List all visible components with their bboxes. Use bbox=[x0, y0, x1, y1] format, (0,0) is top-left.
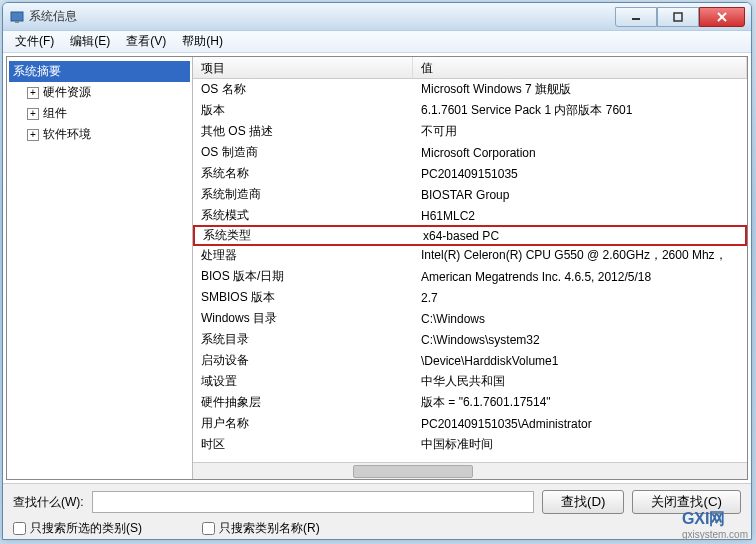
cell-item: 启动设备 bbox=[193, 352, 413, 369]
table-row[interactable]: Windows 目录C:\Windows bbox=[193, 308, 747, 329]
cell-item: OS 名称 bbox=[193, 81, 413, 98]
cell-value: PC201409151035 bbox=[413, 167, 747, 181]
cell-item: 系统类型 bbox=[195, 227, 415, 244]
tree-children: + 硬件资源 + 组件 + 软件环境 bbox=[23, 82, 190, 145]
table-row[interactable]: 系统目录C:\Windows\system32 bbox=[193, 329, 747, 350]
cell-value: 中国标准时间 bbox=[413, 436, 747, 453]
table-row[interactable]: 启动设备\Device\HarddiskVolume1 bbox=[193, 350, 747, 371]
table-row[interactable]: 用户名称PC201409151035\Administrator bbox=[193, 413, 747, 434]
table-row[interactable]: 系统模式H61MLC2 bbox=[193, 205, 747, 226]
tree-label: 系统摘要 bbox=[13, 63, 186, 80]
tree-item-hardware[interactable]: + 硬件资源 bbox=[23, 82, 190, 103]
expand-icon[interactable]: + bbox=[27, 129, 39, 141]
search-label: 查找什么(W): bbox=[13, 494, 84, 511]
cell-item: 系统名称 bbox=[193, 165, 413, 182]
list-body[interactable]: OS 名称Microsoft Windows 7 旗舰版版本6.1.7601 S… bbox=[193, 79, 747, 462]
cell-value: BIOSTAR Group bbox=[413, 188, 747, 202]
expand-icon[interactable]: + bbox=[27, 87, 39, 99]
chk-selected-category[interactable]: 只搜索所选的类别(S) bbox=[13, 520, 142, 537]
cell-item: 时区 bbox=[193, 436, 413, 453]
cell-value: Microsoft Corporation bbox=[413, 146, 747, 160]
cell-value: C:\Windows bbox=[413, 312, 747, 326]
table-row[interactable]: 时区中国标准时间 bbox=[193, 434, 747, 455]
svg-rect-3 bbox=[674, 13, 682, 21]
chk-category-names-label: 只搜索类别名称(R) bbox=[219, 520, 320, 537]
scroll-thumb[interactable] bbox=[353, 465, 473, 478]
menu-edit[interactable]: 编辑(E) bbox=[62, 31, 118, 52]
tree-item-components[interactable]: + 组件 bbox=[23, 103, 190, 124]
cell-item: SMBIOS 版本 bbox=[193, 289, 413, 306]
cell-item: Windows 目录 bbox=[193, 310, 413, 327]
find-button[interactable]: 查找(D) bbox=[542, 490, 625, 514]
search-input[interactable] bbox=[92, 491, 534, 513]
chk-category-names-box[interactable] bbox=[202, 522, 215, 535]
cell-value: x64-based PC bbox=[415, 229, 745, 243]
list-header: 项目 值 bbox=[193, 57, 747, 79]
minimize-button[interactable] bbox=[615, 7, 657, 27]
cell-item: OS 制造商 bbox=[193, 144, 413, 161]
sidebar-tree[interactable]: 系统摘要 + 硬件资源 + 组件 + 软件环境 bbox=[7, 57, 193, 479]
table-row[interactable]: BIOS 版本/日期American Megatrends Inc. 4.6.5… bbox=[193, 266, 747, 287]
menu-help[interactable]: 帮助(H) bbox=[174, 31, 231, 52]
window-title: 系统信息 bbox=[29, 8, 615, 25]
titlebar[interactable]: 系统信息 bbox=[3, 3, 751, 31]
maximize-button[interactable] bbox=[657, 7, 699, 27]
table-row[interactable]: 系统类型x64-based PC bbox=[193, 225, 747, 246]
table-row[interactable]: 系统制造商BIOSTAR Group bbox=[193, 184, 747, 205]
expand-icon[interactable]: + bbox=[27, 108, 39, 120]
table-row[interactable]: 其他 OS 描述不可用 bbox=[193, 121, 747, 142]
table-row[interactable]: 系统名称PC201409151035 bbox=[193, 163, 747, 184]
table-row[interactable]: SMBIOS 版本2.7 bbox=[193, 287, 747, 308]
tree-label: 硬件资源 bbox=[43, 84, 186, 101]
chk-selected-category-box[interactable] bbox=[13, 522, 26, 535]
col-header-value[interactable]: 值 bbox=[413, 57, 747, 78]
cell-value: 6.1.7601 Service Pack 1 内部版本 7601 bbox=[413, 102, 747, 119]
cell-item: 版本 bbox=[193, 102, 413, 119]
tree-label: 组件 bbox=[43, 105, 186, 122]
chk-selected-category-label: 只搜索所选的类别(S) bbox=[30, 520, 142, 537]
app-icon bbox=[9, 9, 25, 25]
table-row[interactable]: 处理器Intel(R) Celeron(R) CPU G550 @ 2.60GH… bbox=[193, 245, 747, 266]
svg-rect-1 bbox=[15, 21, 19, 23]
details-pane: 项目 值 OS 名称Microsoft Windows 7 旗舰版版本6.1.7… bbox=[193, 57, 747, 479]
menu-view[interactable]: 查看(V) bbox=[118, 31, 174, 52]
cell-value: Microsoft Windows 7 旗舰版 bbox=[413, 81, 747, 98]
cell-value: Intel(R) Celeron(R) CPU G550 @ 2.60GHz，2… bbox=[413, 247, 747, 264]
menubar: 文件(F) 编辑(E) 查看(V) 帮助(H) bbox=[3, 31, 751, 53]
window: 系统信息 文件(F) 编辑(E) 查看(V) 帮助(H) 系统摘要 + 硬件资源… bbox=[2, 2, 752, 540]
cell-item: 系统目录 bbox=[193, 331, 413, 348]
cell-value: 中华人民共和国 bbox=[413, 373, 747, 390]
cell-item: 硬件抽象层 bbox=[193, 394, 413, 411]
cell-value: 2.7 bbox=[413, 291, 747, 305]
cell-value: American Megatrends Inc. 4.6.5, 2012/5/1… bbox=[413, 270, 747, 284]
tree-label: 软件环境 bbox=[43, 126, 186, 143]
cell-item: 域设置 bbox=[193, 373, 413, 390]
table-row[interactable]: 硬件抽象层版本 = "6.1.7601.17514" bbox=[193, 392, 747, 413]
table-row[interactable]: 域设置中华人民共和国 bbox=[193, 371, 747, 392]
close-button[interactable] bbox=[699, 7, 745, 27]
cell-value: H61MLC2 bbox=[413, 209, 747, 223]
window-buttons bbox=[615, 7, 745, 27]
cell-value: PC201409151035\Administrator bbox=[413, 417, 747, 431]
search-footer: 查找什么(W): 查找(D) 关闭查找(C) 只搜索所选的类别(S) 只搜索类别… bbox=[3, 483, 751, 539]
cell-value: 版本 = "6.1.7601.17514" bbox=[413, 394, 747, 411]
tree-root-system-summary[interactable]: 系统摘要 bbox=[9, 61, 190, 82]
cell-item: BIOS 版本/日期 bbox=[193, 268, 413, 285]
cell-item: 其他 OS 描述 bbox=[193, 123, 413, 140]
table-row[interactable]: OS 制造商Microsoft Corporation bbox=[193, 142, 747, 163]
cell-item: 处理器 bbox=[193, 247, 413, 264]
tree-item-software-env[interactable]: + 软件环境 bbox=[23, 124, 190, 145]
close-find-button[interactable]: 关闭查找(C) bbox=[632, 490, 741, 514]
table-row[interactable]: OS 名称Microsoft Windows 7 旗舰版 bbox=[193, 79, 747, 100]
cell-value: 不可用 bbox=[413, 123, 747, 140]
cell-value: C:\Windows\system32 bbox=[413, 333, 747, 347]
content-area: 系统摘要 + 硬件资源 + 组件 + 软件环境 项目 值 bbox=[6, 56, 748, 480]
cell-item: 系统模式 bbox=[193, 207, 413, 224]
table-row[interactable]: 版本6.1.7601 Service Pack 1 内部版本 7601 bbox=[193, 100, 747, 121]
cell-item: 系统制造商 bbox=[193, 186, 413, 203]
col-header-item[interactable]: 项目 bbox=[193, 57, 413, 78]
chk-category-names[interactable]: 只搜索类别名称(R) bbox=[202, 520, 320, 537]
menu-file[interactable]: 文件(F) bbox=[7, 31, 62, 52]
horizontal-scrollbar[interactable] bbox=[193, 462, 747, 479]
cell-value: \Device\HarddiskVolume1 bbox=[413, 354, 747, 368]
